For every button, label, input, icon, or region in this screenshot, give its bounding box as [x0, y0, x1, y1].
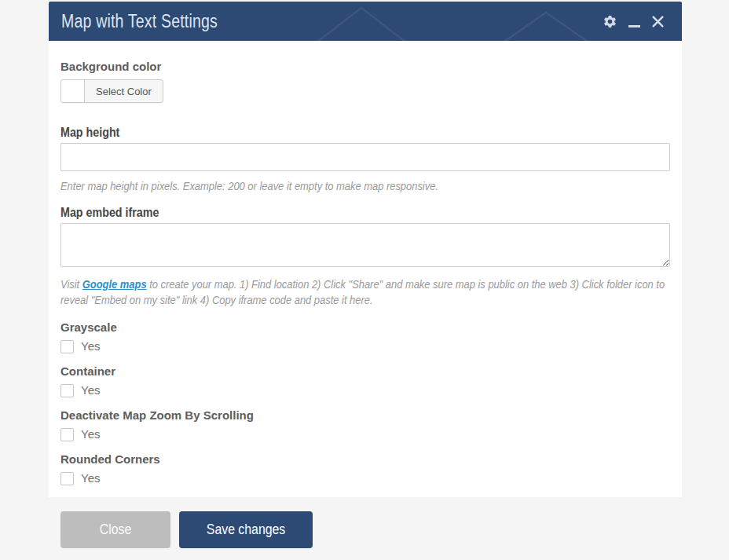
- map-embed-help: Visit Google maps to create your map. 1)…: [60, 276, 671, 308]
- background-color-label: Background color: [60, 60, 670, 74]
- container-option-label: Yes: [81, 383, 100, 397]
- container-checkbox[interactable]: [60, 384, 74, 397]
- modal-body: Background color Select Color Map height…: [49, 41, 682, 497]
- container-label: Container: [60, 364, 115, 378]
- map-embed-textarea[interactable]: [60, 223, 670, 267]
- grayscale-label: Grayscale: [60, 320, 117, 334]
- save-changes-button[interactable]: Save changes: [179, 511, 313, 548]
- map-embed-label: Map embed iframe: [60, 206, 159, 220]
- map-settings-modal: Map with Text Settings Background color …: [49, 2, 682, 497]
- close-button[interactable]: Close: [60, 511, 170, 548]
- minimize-icon[interactable]: [628, 15, 640, 27]
- deactivate-zoom-label: Deactivate Map Zoom By Scrolling: [60, 408, 254, 422]
- deactivate-zoom-option-label: Yes: [81, 427, 100, 441]
- page-background: { "colors": { "header_blue": "#2d4a74", …: [0, 0, 729, 560]
- google-maps-link[interactable]: Google maps: [82, 277, 147, 291]
- rounded-corners-option-label: Yes: [81, 471, 100, 485]
- grayscale-toggle[interactable]: Yes: [60, 339, 670, 353]
- modal-title: Map with Text Settings: [61, 11, 218, 32]
- header-icons: [603, 14, 665, 29]
- grayscale-checkbox[interactable]: [60, 340, 74, 353]
- map-height-help: Enter map height in pixels. Example: 200…: [60, 178, 671, 194]
- select-color-button[interactable]: Select Color: [85, 80, 163, 102]
- close-icon[interactable]: [651, 15, 665, 28]
- rounded-corners-toggle[interactable]: Yes: [60, 471, 670, 485]
- deactivate-zoom-toggle[interactable]: Yes: [60, 427, 670, 441]
- map-height-label: Map height: [60, 126, 119, 140]
- color-picker[interactable]: Select Color: [60, 79, 163, 103]
- rounded-corners-label: Rounded Corners: [60, 452, 160, 466]
- gear-icon[interactable]: [603, 14, 617, 29]
- grayscale-option-label: Yes: [81, 339, 100, 353]
- modal-header: Map with Text Settings: [49, 2, 682, 41]
- modal-footer: Close Save changes: [60, 511, 313, 548]
- container-toggle[interactable]: Yes: [60, 383, 670, 397]
- rounded-corners-checkbox[interactable]: [60, 472, 74, 485]
- deactivate-zoom-checkbox[interactable]: [60, 428, 74, 441]
- map-height-input[interactable]: [60, 143, 670, 171]
- color-swatch[interactable]: [61, 80, 85, 102]
